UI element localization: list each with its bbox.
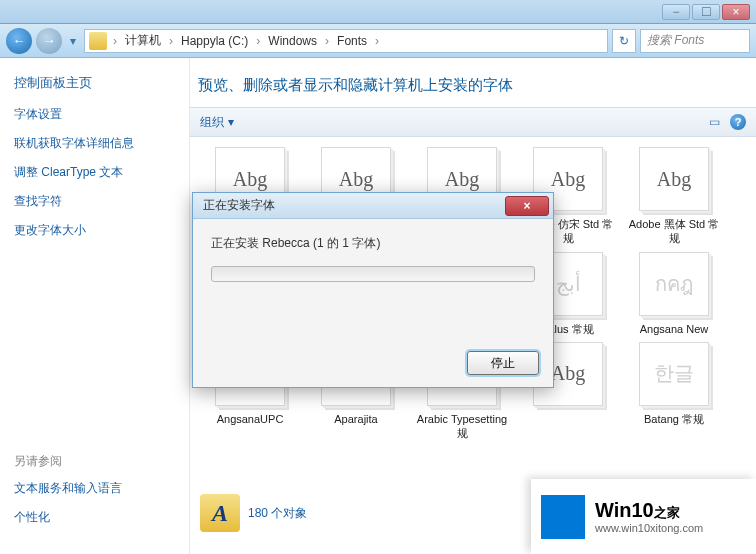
toolbar: 组织 ▾ ▭ ? <box>190 107 756 137</box>
bc-sep: › <box>323 34 331 48</box>
font-thumb: กคฎ <box>639 252 709 316</box>
font-label: AngsanaUPC <box>217 412 284 426</box>
folder-icon <box>89 32 107 50</box>
history-dropdown[interactable]: ▾ <box>66 28 80 54</box>
windows-logo-icon <box>541 495 585 539</box>
titlebar: − ☐ × <box>0 0 756 24</box>
organize-label: 组织 <box>200 114 224 131</box>
see-also-title: 另请参阅 <box>14 453 175 470</box>
font-thumb: Abg <box>639 147 709 211</box>
minimize-button[interactable]: − <box>662 4 690 20</box>
sidebar-item-find-char[interactable]: 查找字符 <box>14 193 175 210</box>
fonts-window: − ☐ × ← → ▾ › 计算机 › Happyla (C:) › Windo… <box>0 0 756 554</box>
font-item[interactable]: 한글 Batang 常规 <box>624 342 724 441</box>
bc-sep: › <box>373 34 381 48</box>
sidebar: 控制面板主页 字体设置 联机获取字体详细信息 调整 ClearType 文本 查… <box>0 58 190 554</box>
breadcrumb[interactable]: › 计算机 › Happyla (C:) › Windows › Fonts › <box>84 29 608 53</box>
font-thumb: 한글 <box>639 342 709 406</box>
fonts-folder-icon: A <box>200 494 240 532</box>
font-label: Aparajita <box>334 412 377 426</box>
font-item[interactable]: Abg Adobe 黑体 Std 常规 <box>624 147 724 246</box>
font-item[interactable]: กคฎ Angsana New <box>624 252 724 336</box>
search-placeholder: 搜索 Fonts <box>647 32 704 49</box>
watermark-title: Win10之家 <box>595 499 703 522</box>
refresh-button[interactable]: ↻ <box>612 29 636 53</box>
bc-fonts[interactable]: Fonts <box>333 34 371 48</box>
font-label: Adobe 黑体 Std 常规 <box>624 217 724 246</box>
bc-drive[interactable]: Happyla (C:) <box>177 34 252 48</box>
nav-bar: ← → ▾ › 计算机 › Happyla (C:) › Windows › F… <box>0 24 756 58</box>
font-label: Angsana New <box>640 322 709 336</box>
status-bar: A 180 个对象 <box>200 494 307 532</box>
status-count: 180 个对象 <box>248 505 307 522</box>
dialog-close-button[interactable]: × <box>505 196 549 216</box>
back-button[interactable]: ← <box>6 28 32 54</box>
bc-computer[interactable]: 计算机 <box>121 32 165 49</box>
progress-bar <box>211 266 535 282</box>
page-title: 预览、删除或者显示和隐藏计算机上安装的字体 <box>190 58 756 107</box>
installing-font-dialog: 正在安装字体 × 正在安装 Rebecca (1 的 1 字体) 停止 <box>192 192 554 388</box>
a-letter: A <box>212 500 228 527</box>
sidebar-item-text-services[interactable]: 文本服务和输入语言 <box>14 480 175 497</box>
stop-button[interactable]: 停止 <box>467 351 539 375</box>
sidebar-item-online-fonts[interactable]: 联机获取字体详细信息 <box>14 135 175 152</box>
organize-dropdown[interactable]: 组织 ▾ <box>200 114 234 131</box>
bc-sep: › <box>254 34 262 48</box>
dropdown-icon: ▾ <box>228 115 234 129</box>
watermark-url: www.win10xitong.com <box>595 522 703 534</box>
sidebar-item-personalize[interactable]: 个性化 <box>14 509 175 526</box>
sidebar-item-cleartype[interactable]: 调整 ClearType 文本 <box>14 164 175 181</box>
search-input[interactable]: 搜索 Fonts <box>640 29 750 53</box>
close-button[interactable]: × <box>722 4 750 20</box>
maximize-button[interactable]: ☐ <box>692 4 720 20</box>
font-label: Batang 常规 <box>644 412 704 426</box>
sidebar-item-font-size[interactable]: 更改字体大小 <box>14 222 175 239</box>
forward-button[interactable]: → <box>36 28 62 54</box>
sidebar-item-font-settings[interactable]: 字体设置 <box>14 106 175 123</box>
help-icon[interactable]: ? <box>730 114 746 130</box>
dialog-titlebar: 正在安装字体 × <box>193 193 553 219</box>
bc-windows[interactable]: Windows <box>264 34 321 48</box>
dialog-text: 正在安装 Rebecca (1 的 1 字体) <box>211 235 535 252</box>
font-label: Arabic Typesetting 规 <box>412 412 512 441</box>
dialog-title: 正在安装字体 <box>203 197 275 214</box>
view-icon[interactable]: ▭ <box>709 115 720 129</box>
bc-sep: › <box>167 34 175 48</box>
watermark: Win10之家 www.win10xitong.com <box>531 479 756 554</box>
control-panel-home[interactable]: 控制面板主页 <box>14 74 175 92</box>
bc-sep: › <box>111 34 119 48</box>
